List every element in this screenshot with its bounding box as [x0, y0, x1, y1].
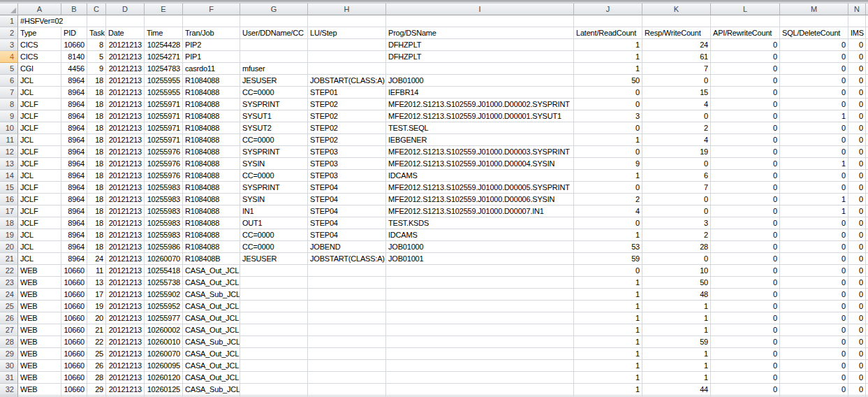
cell-lu-step[interactable] — [308, 15, 386, 27]
cell-prog-dsname[interactable] — [386, 277, 574, 289]
cell-resp-writecount[interactable]: 59 — [642, 336, 711, 348]
cell-type[interactable]: JCLF — [18, 194, 61, 205]
cell-latent-readcount[interactable]: 0 — [574, 182, 642, 194]
cell-type[interactable]: WEB — [18, 312, 61, 324]
cell-task[interactable]: 18 — [87, 146, 106, 158]
cell-ims[interactable]: 0 — [848, 372, 866, 384]
cell-prog-dsname[interactable]: IEBGENER — [386, 134, 574, 146]
cell-ims[interactable]: 0 — [848, 134, 866, 146]
cell-date[interactable]: 20121213 — [106, 229, 145, 241]
cell-task[interactable]: 18 — [87, 229, 106, 241]
cell-resp-writecount[interactable]: 0 — [642, 110, 711, 122]
cell-pid[interactable]: 8964 — [61, 170, 87, 182]
cell-task[interactable]: 18 — [87, 87, 106, 99]
cell-latent-readcount[interactable]: 2 — [574, 194, 642, 205]
cell-tran-job[interactable]: R1084088 — [183, 99, 240, 110]
cell-prog-dsname[interactable] — [386, 63, 574, 75]
cell-lu-step[interactable]: JOBSTART(CLASS:A) — [308, 75, 386, 87]
cell-time[interactable]: 10260070 — [145, 253, 183, 265]
column-header-a[interactable]: A — [18, 3, 61, 15]
cell-resp-writecount[interactable]: 2 — [642, 229, 711, 241]
row-header[interactable]: 11 — [0, 134, 18, 146]
cell-lu-step[interactable]: STEP02 — [308, 110, 386, 122]
cell-time[interactable]: 10255952 — [145, 301, 183, 312]
cell-latent-readcount[interactable] — [574, 15, 642, 27]
cell-lu-step[interactable]: STEP04 — [308, 217, 386, 229]
cell-pid[interactable]: 10660 — [61, 312, 87, 324]
cell-api-rewritecount[interactable]: 0 — [711, 277, 780, 289]
cell-latent-readcount[interactable]: 1 — [574, 277, 642, 289]
cell-time[interactable]: 10255976 — [145, 170, 183, 182]
cell-tran-job[interactable]: R1084088 — [183, 194, 240, 205]
cell-date[interactable]: 20121213 — [106, 384, 145, 396]
cell-api-rewritecount[interactable]: 0 — [711, 63, 780, 75]
cell-resp-writecount[interactable]: 61 — [642, 51, 711, 63]
cell-resp-writecount[interactable]: 48 — [642, 289, 711, 301]
row-header[interactable]: 23 — [0, 277, 18, 289]
cell-latent-readcount[interactable]: 53 — [574, 241, 642, 253]
cell-latent-readcount[interactable]: 1 — [574, 51, 642, 63]
cell-time[interactable]: Time — [145, 27, 183, 39]
cell-sql-deletecount[interactable]: 0 — [780, 265, 848, 277]
cell-user-ddname-cc[interactable] — [240, 289, 308, 301]
cell-date[interactable]: 20121213 — [106, 87, 145, 99]
cell-tran-job[interactable] — [183, 15, 240, 27]
cell-prog-dsname[interactable]: DFHZPLT — [386, 51, 574, 63]
cell-sql-deletecount[interactable]: 0 — [780, 277, 848, 289]
cell-pid[interactable]: 8964 — [61, 217, 87, 229]
cell-task[interactable]: 8 — [87, 39, 106, 51]
cell-task[interactable]: 20 — [87, 312, 106, 324]
cell-api-rewritecount[interactable]: 0 — [711, 39, 780, 51]
cell-pid[interactable]: 8964 — [61, 75, 87, 87]
cell-api-rewritecount[interactable]: 0 — [711, 289, 780, 301]
cell-type[interactable]: JCLF — [18, 122, 61, 134]
column-header-m[interactable]: M — [780, 3, 848, 15]
cell-ims[interactable]: 0 — [848, 194, 866, 205]
cell-api-rewritecount[interactable]: 0 — [711, 301, 780, 312]
row-header[interactable]: 24 — [0, 289, 18, 301]
cell-task[interactable]: 9 — [87, 63, 106, 75]
cell-sql-deletecount[interactable]: SQL/DeleteCount — [780, 27, 848, 39]
cell-time[interactable]: 10255983 — [145, 205, 183, 217]
cell-task[interactable]: 18 — [87, 194, 106, 205]
cell-pid[interactable]: 10660 — [61, 360, 87, 372]
row-header[interactable]: 31 — [0, 372, 18, 384]
cell-pid[interactable]: 10660 — [61, 384, 87, 396]
cell-user-ddname-cc[interactable] — [240, 384, 308, 396]
cell-resp-writecount[interactable]: 4 — [642, 99, 711, 110]
cell-sql-deletecount[interactable]: 0 — [780, 134, 848, 146]
cell-resp-writecount[interactable]: 6 — [642, 170, 711, 182]
cell-date[interactable]: Date — [106, 27, 145, 39]
cell-user-ddname-cc[interactable]: CC=0000 — [240, 134, 308, 146]
cell-time[interactable]: 10255971 — [145, 99, 183, 110]
cell-user-ddname-cc[interactable]: SYSIN — [240, 194, 308, 205]
cell-ims[interactable]: 0 — [848, 277, 866, 289]
cell-ims[interactable]: 0 — [848, 170, 866, 182]
cell-tran-job[interactable]: CASA_Out_JCL — [183, 301, 240, 312]
cell-latent-readcount[interactable]: 1 — [574, 348, 642, 360]
cell-resp-writecount[interactable]: 1 — [642, 312, 711, 324]
cell-lu-step[interactable] — [308, 289, 386, 301]
cell-ims[interactable]: 0 — [848, 87, 866, 99]
cell-type[interactable]: JCLF — [18, 99, 61, 110]
cell-pid[interactable]: 10660 — [61, 39, 87, 51]
cell-date[interactable]: 20121213 — [106, 360, 145, 372]
cell-time[interactable]: 10255977 — [145, 312, 183, 324]
cell-resp-writecount[interactable]: 19 — [642, 146, 711, 158]
row-header[interactable]: 21 — [0, 253, 18, 265]
cell-lu-step[interactable]: STEP03 — [308, 170, 386, 182]
row-header[interactable]: 25 — [0, 301, 18, 312]
cell-tran-job[interactable]: R1084088 — [183, 146, 240, 158]
cell-type[interactable]: JCL — [18, 253, 61, 265]
row-header[interactable]: 26 — [0, 312, 18, 324]
cell-resp-writecount[interactable]: 7 — [642, 182, 711, 194]
row-header[interactable]: 28 — [0, 336, 18, 348]
cell-user-ddname-cc[interactable] — [240, 360, 308, 372]
cell-lu-step[interactable] — [308, 301, 386, 312]
cell-ims[interactable]: 0 — [848, 348, 866, 360]
cell-pid[interactable]: 10660 — [61, 348, 87, 360]
cell-sql-deletecount[interactable]: 0 — [780, 336, 848, 348]
cell-time[interactable]: 10255986 — [145, 241, 183, 253]
cell-time[interactable]: 10255902 — [145, 289, 183, 301]
cell-task[interactable]: 18 — [87, 170, 106, 182]
